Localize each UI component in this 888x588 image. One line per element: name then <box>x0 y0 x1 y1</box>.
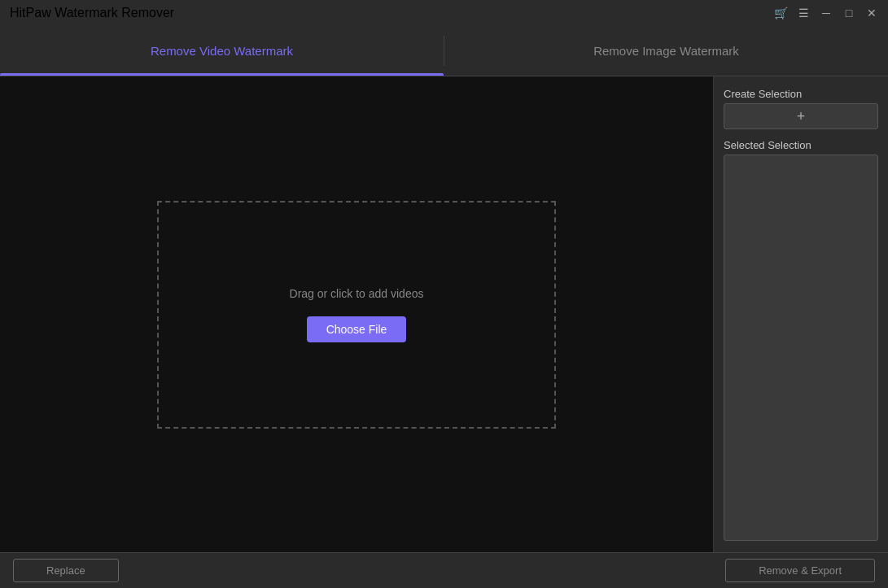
selected-selection-label: Selected Selection <box>724 139 878 151</box>
window-controls: 🛒 ☰ ─ □ ✕ <box>774 7 878 20</box>
replace-button[interactable]: Replace <box>13 559 119 582</box>
title-bar: HitPaw Watermark Remover 🛒 ☰ ─ □ ✕ <box>0 0 888 26</box>
tab-image-watermark[interactable]: Remove Image Watermark <box>444 26 888 76</box>
purchase-icon[interactable]: 🛒 <box>774 7 787 20</box>
choose-file-button[interactable]: Choose File <box>307 316 407 342</box>
remove-export-button[interactable]: Remove & Export <box>725 559 875 582</box>
tab-bar: Remove Video Watermark Remove Image Wate… <box>0 26 888 76</box>
close-icon[interactable]: ✕ <box>865 7 878 20</box>
create-selection-button[interactable]: + <box>724 103 878 129</box>
plus-icon: + <box>797 108 806 125</box>
tab-video-watermark[interactable]: Remove Video Watermark <box>0 26 444 76</box>
create-selection-section: Create Selection + <box>724 88 878 129</box>
create-selection-label: Create Selection <box>724 88 878 100</box>
main-layout: Drag or click to add videos Choose File … <box>0 76 888 552</box>
selected-selection-box <box>724 155 878 541</box>
menu-icon[interactable]: ☰ <box>797 7 810 20</box>
right-panel: Create Selection + Selected Selection <box>713 76 888 552</box>
minimize-icon[interactable]: ─ <box>820 7 833 20</box>
drop-text: Drag or click to add videos <box>290 287 424 300</box>
app-title: HitPaw Watermark Remover <box>10 6 174 20</box>
selected-selection-section: Selected Selection <box>724 139 878 541</box>
drop-area[interactable]: Drag or click to add videos Choose File <box>0 76 713 552</box>
bottom-bar: Replace Remove & Export <box>0 552 888 588</box>
drop-zone[interactable]: Drag or click to add videos Choose File <box>157 201 556 429</box>
maximize-icon[interactable]: □ <box>842 7 855 20</box>
